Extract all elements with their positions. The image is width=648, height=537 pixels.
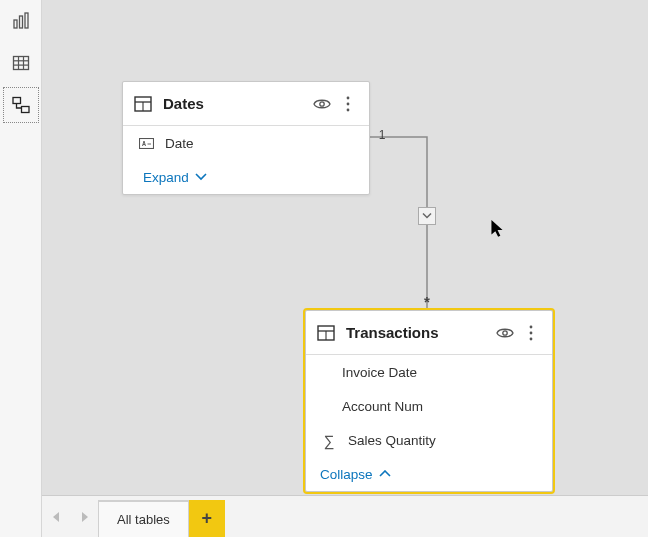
- expand-toggle[interactable]: Expand: [123, 160, 369, 194]
- table-title: Dates: [163, 95, 307, 112]
- bar-chart-icon: [12, 12, 30, 30]
- field-date[interactable]: Date: [123, 126, 369, 160]
- field-invoice-date[interactable]: Invoice Date: [306, 355, 552, 389]
- more-options-button[interactable]: [520, 322, 542, 344]
- tab-label: All tables: [117, 512, 170, 527]
- eye-icon: [496, 326, 514, 340]
- toggle-label: Collapse: [320, 467, 373, 482]
- svg-rect-9: [22, 107, 30, 113]
- chevron-up-icon: [379, 470, 391, 478]
- layout-tabs-bar: All tables +: [42, 495, 648, 537]
- report-view-button[interactable]: [0, 0, 42, 42]
- table-header-transactions[interactable]: Transactions: [306, 311, 552, 355]
- triangle-left-icon: [53, 512, 60, 522]
- svg-point-22: [503, 330, 507, 334]
- triangle-right-icon: [81, 512, 88, 522]
- field-label: Invoice Date: [342, 365, 417, 380]
- mouse-cursor-icon: [489, 219, 505, 239]
- data-view-button[interactable]: [0, 42, 42, 84]
- svg-rect-2: [25, 13, 28, 28]
- kebab-icon: [529, 325, 533, 341]
- svg-point-13: [320, 101, 324, 105]
- filter-direction-indicator[interactable]: [418, 207, 436, 225]
- svg-rect-3: [14, 57, 29, 70]
- eye-icon: [313, 97, 331, 111]
- field-sales-quantity[interactable]: ∑ Sales Quantity: [306, 423, 552, 457]
- svg-point-14: [347, 96, 350, 99]
- table-title: Transactions: [346, 324, 490, 341]
- add-layout-tab-button[interactable]: +: [189, 500, 225, 537]
- svg-point-16: [347, 108, 350, 111]
- table-card-transactions[interactable]: Transactions Invoice Date Account Num: [305, 310, 553, 492]
- cardinality-one-label: 1: [374, 127, 390, 143]
- model-diagram-icon: [12, 96, 30, 114]
- svg-point-15: [347, 102, 350, 105]
- collapse-toggle[interactable]: Collapse: [306, 457, 552, 491]
- svg-point-25: [530, 337, 533, 340]
- field-account-num[interactable]: Account Num: [306, 389, 552, 423]
- text-field-icon: [137, 138, 155, 149]
- svg-rect-8: [13, 98, 21, 104]
- model-canvas[interactable]: Dates: [42, 0, 648, 495]
- tabs-scroll-right[interactable]: [70, 496, 98, 537]
- tabs-scroll-left[interactable]: [42, 496, 70, 537]
- visibility-toggle-button[interactable]: [311, 93, 333, 115]
- calendar-table-icon: [133, 94, 153, 114]
- cardinality-many-label: *: [419, 293, 435, 309]
- svg-rect-17: [139, 138, 153, 148]
- field-label: Date: [165, 136, 194, 151]
- kebab-icon: [346, 96, 350, 112]
- chevron-down-icon: [422, 212, 432, 220]
- more-options-button[interactable]: [337, 93, 359, 115]
- svg-rect-1: [20, 16, 23, 28]
- svg-rect-0: [14, 20, 17, 28]
- model-view-button[interactable]: [0, 84, 42, 126]
- plus-icon: +: [201, 508, 212, 529]
- visibility-toggle-button[interactable]: [494, 322, 516, 344]
- layout-tab-all-tables[interactable]: All tables: [98, 500, 189, 537]
- table-grid-icon: [12, 54, 30, 72]
- table-card-dates[interactable]: Dates: [122, 81, 370, 195]
- chevron-down-icon: [195, 173, 207, 181]
- svg-point-24: [530, 331, 533, 334]
- table-header-dates[interactable]: Dates: [123, 82, 369, 126]
- svg-point-23: [530, 325, 533, 328]
- field-label: Sales Quantity: [348, 433, 436, 448]
- sigma-icon: ∑: [320, 432, 338, 449]
- toggle-label: Expand: [143, 170, 189, 185]
- calendar-table-icon: [316, 323, 336, 343]
- view-switcher-rail: [0, 0, 42, 537]
- field-label: Account Num: [342, 399, 423, 414]
